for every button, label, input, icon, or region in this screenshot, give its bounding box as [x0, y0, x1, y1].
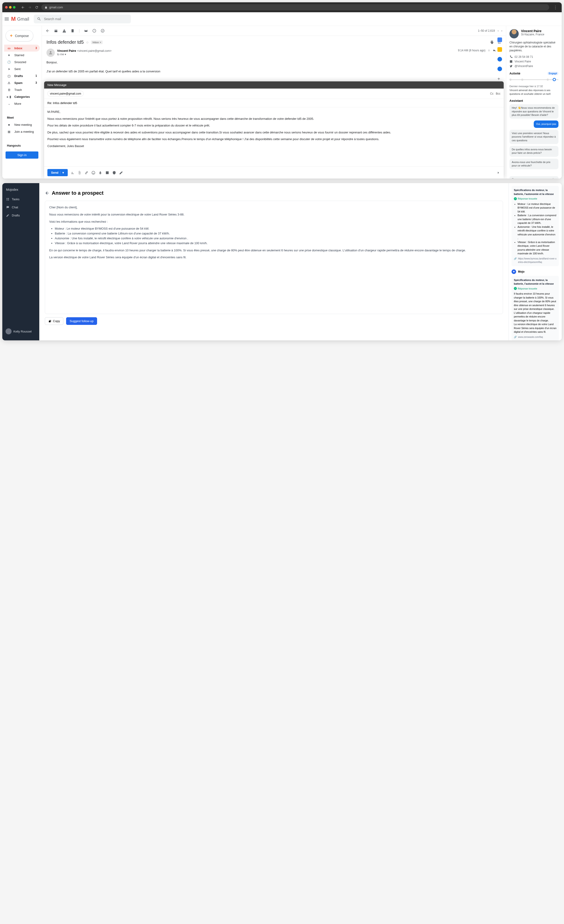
back-arrow-icon[interactable] — [45, 191, 49, 195]
contact-location: St-Nazaire, France — [521, 33, 545, 36]
compose-to-row[interactable]: vincent.paire@gmail.com CcBcc — [44, 88, 504, 99]
nav-trash[interactable]: 🗑Trash — [4, 86, 40, 93]
copy-button[interactable]: Copy — [45, 317, 63, 325]
nav-tasks[interactable]: Tasks — [2, 195, 39, 203]
assistant-input-row[interactable] — [509, 176, 558, 178]
send-icon[interactable] — [552, 178, 556, 178]
compose-subject[interactable]: Re: Infos defender td5 — [44, 99, 504, 107]
nav-spam[interactable]: ⚠Spam3 — [4, 79, 40, 86]
nav-drafts[interactable]: ▢Drafts1 — [4, 72, 40, 79]
pen-icon[interactable] — [119, 171, 123, 175]
add-task-icon[interactable] — [100, 28, 105, 33]
contact-phone[interactable]: 02 28 54 08 71 — [509, 55, 558, 59]
important-icon[interactable]: ⟐ — [86, 39, 89, 45]
star-icon[interactable]: ☆ — [488, 49, 490, 52]
user-profile[interactable]: Kelly Roussel — [2, 326, 39, 337]
suggest-followup-button[interactable]: Suggest follow-up — [66, 317, 97, 325]
assistant-msg-4: Avons-nous une fourchette de prix pour c… — [509, 159, 558, 170]
email-subject: Infos defender td5 — [46, 39, 84, 45]
bcc-button[interactable]: Bcc — [496, 92, 500, 95]
emoji-icon[interactable] — [91, 171, 96, 175]
confidential-icon[interactable] — [112, 171, 116, 175]
sender-name: Vincent Paire — [57, 49, 76, 52]
nav-more[interactable]: ⌄More — [4, 100, 40, 107]
inbox-icon: ▭ — [7, 46, 11, 50]
grid-icon — [6, 198, 9, 201]
archive-icon[interactable] — [54, 28, 58, 33]
expand-icon[interactable] — [496, 171, 500, 175]
nav-sent[interactable]: ➤Sent — [4, 66, 40, 72]
new-meeting[interactable]: ■New meeting — [4, 121, 40, 128]
window-min-dot[interactable] — [9, 6, 12, 9]
lock-icon — [45, 6, 47, 9]
snooze-icon[interactable] — [92, 28, 96, 33]
search-icon — [37, 17, 41, 21]
image-icon[interactable] — [105, 171, 109, 175]
window-max-dot[interactable] — [13, 6, 15, 9]
join-meeting[interactable]: ▦Join a meeting — [4, 128, 40, 135]
search-input[interactable] — [44, 17, 127, 21]
print-icon[interactable] — [490, 40, 494, 44]
reload-icon[interactable] — [35, 6, 39, 9]
contact-linkedin[interactable]: Vincent Paire — [509, 59, 558, 64]
spec-block-1: Spécifications du moteur, la batterie, l… — [512, 186, 559, 266]
nav-chat[interactable]: Chat — [2, 203, 39, 212]
report-spam-icon[interactable] — [62, 28, 66, 33]
compose-body[interactable]: M.PAIRE, Nous vous remercions pour l'int… — [44, 107, 504, 166]
recipient-chip[interactable]: vincent.paire@gmail.com — [47, 91, 84, 96]
assistant-input[interactable] — [512, 178, 552, 178]
svg-point-5 — [94, 172, 94, 172]
address-bar[interactable]: gmail.com — [41, 4, 549, 10]
attach-icon[interactable] — [78, 171, 82, 175]
calendar-icon[interactable] — [497, 38, 502, 42]
cc-button[interactable]: Cc — [490, 92, 494, 95]
activity-description: Vincent aimerait des réponses à ses ques… — [509, 88, 558, 96]
source-link-1[interactable]: 🔗https://www.bymoss.land/land-rover-seri… — [514, 257, 557, 264]
nav-snoozed[interactable]: 🕐Snoozed — [4, 58, 40, 66]
contact-avatar — [509, 29, 519, 38]
browser-menu-icon[interactable]: ⋮ — [552, 5, 559, 10]
source-link-2[interactable]: 🔗www.zerowaste.com/faq — [514, 335, 557, 339]
delete-icon[interactable] — [70, 28, 75, 33]
back-icon[interactable] — [21, 6, 25, 9]
assistant-msg-1: Hey! 👋Nous vous recommendons de répondre… — [509, 104, 558, 118]
nav-categories[interactable]: ▸ ▮Categories — [4, 93, 40, 100]
send-button[interactable]: Send▾ — [47, 169, 68, 176]
svg-point-4 — [93, 172, 93, 172]
contacts-icon[interactable] — [497, 67, 502, 71]
forward-icon[interactable] — [28, 6, 32, 9]
star-icon: ★ — [7, 53, 11, 57]
contact-twitter[interactable]: @VincentPaire — [509, 64, 558, 69]
nav-starred[interactable]: ★Starred — [4, 52, 40, 58]
search-bar[interactable] — [34, 15, 131, 23]
gmail-logo[interactable]: M Gmail — [11, 16, 29, 22]
signin-button[interactable]: Sign in — [6, 152, 38, 159]
reply-icon[interactable] — [492, 48, 496, 52]
block1-title: Spécifications du moteur, la batterie, l… — [514, 188, 557, 196]
inbox-tag[interactable]: Inbox × — [91, 40, 102, 44]
chevron-down-icon: ⌄ — [7, 102, 11, 106]
drive-icon[interactable] — [98, 171, 102, 175]
trash-icon: 🗑 — [7, 88, 11, 92]
hangouts-heading: Hangouts — [4, 142, 40, 149]
nav-drafts[interactable]: Drafts — [2, 212, 39, 219]
keep-icon[interactable] — [497, 47, 502, 52]
prev-page-icon[interactable]: ‹ — [498, 29, 498, 32]
mark-unread-icon[interactable] — [84, 28, 88, 33]
nav-inbox[interactable]: ▭Inbox3 — [4, 45, 40, 52]
link-icon[interactable] — [84, 171, 88, 175]
compose-button[interactable]: + Compose — [6, 30, 33, 41]
tasks-icon[interactable] — [497, 57, 502, 62]
svg-point-3 — [92, 171, 95, 174]
hamburger-icon[interactable] — [4, 18, 9, 20]
addons-plus-icon[interactable]: + — [497, 76, 502, 81]
format-icon[interactable] — [70, 171, 75, 175]
spec-motor: Moteur : Le moteur électrique BYMOSS est… — [55, 226, 498, 231]
to-line[interactable]: to me ▾ — [57, 53, 456, 56]
link-icon: 🔗 — [514, 335, 517, 339]
back-to-list-icon[interactable] — [46, 28, 50, 33]
compose-header[interactable]: New Message — [44, 81, 504, 88]
window-close-dot[interactable] — [5, 6, 7, 9]
next-page-icon[interactable]: › — [501, 29, 502, 32]
svg-point-2 — [50, 51, 52, 53]
